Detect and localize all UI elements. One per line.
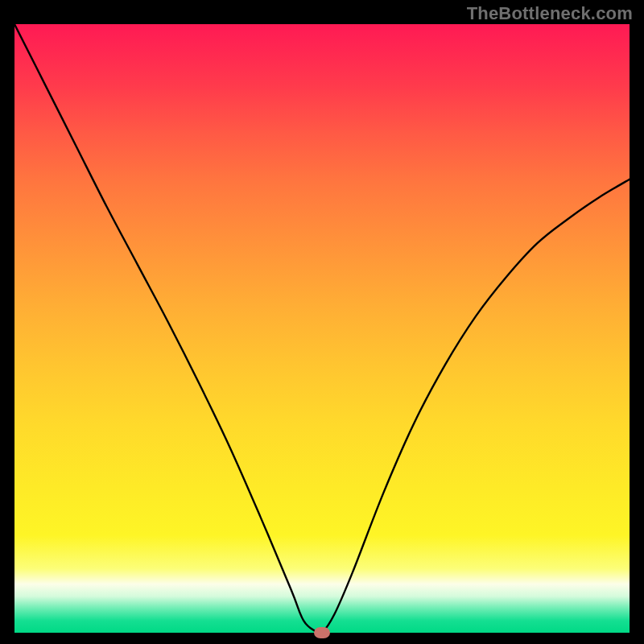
- chart-frame: TheBottleneck.com: [0, 0, 644, 644]
- minimum-marker: [314, 627, 330, 638]
- watermark-text: TheBottleneck.com: [467, 3, 633, 24]
- curve-svg: [14, 24, 630, 633]
- plot-area: [14, 24, 630, 633]
- bottleneck-curve: [14, 24, 630, 633]
